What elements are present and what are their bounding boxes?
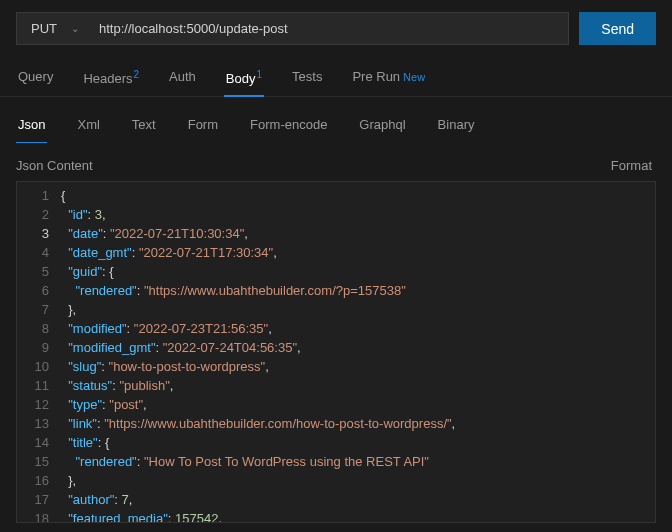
content-header: Json Content Format: [0, 142, 672, 181]
line-number: 7: [25, 300, 49, 319]
tab-label: Tests: [292, 69, 322, 84]
line-number: 3: [25, 224, 49, 243]
line-number: 8: [25, 319, 49, 338]
code-line[interactable]: "rendered": "How To Post To WordPress us…: [61, 452, 455, 471]
tab-headers[interactable]: Headers2: [81, 61, 141, 96]
tab-label: Pre Run: [352, 69, 400, 84]
tab-badge: 2: [134, 69, 140, 80]
tab-label: Body: [226, 71, 256, 86]
code-line[interactable]: "featured_media": 157542,: [61, 509, 455, 523]
code-line[interactable]: "id": 3,: [61, 205, 455, 224]
tab-label: Headers: [83, 71, 132, 86]
send-button[interactable]: Send: [579, 12, 656, 45]
bodytype-text[interactable]: Text: [130, 111, 158, 142]
http-method-value: PUT: [31, 21, 57, 36]
tab-new-badge: New: [403, 71, 425, 83]
json-editor[interactable]: 123456789101112131415161718 { "id": 3, "…: [16, 181, 656, 523]
bodytype-binary[interactable]: Binary: [436, 111, 477, 142]
line-number: 11: [25, 376, 49, 395]
bodytype-xml[interactable]: Xml: [75, 111, 101, 142]
bodytype-form-encode[interactable]: Form-encode: [248, 111, 329, 142]
line-number: 2: [25, 205, 49, 224]
line-number: 16: [25, 471, 49, 490]
line-number: 14: [25, 433, 49, 452]
line-number: 6: [25, 281, 49, 300]
code-line[interactable]: "modified_gmt": "2022-07-24T04:56:35",: [61, 338, 455, 357]
code-line[interactable]: "status": "publish",: [61, 376, 455, 395]
code-line[interactable]: "author": 7,: [61, 490, 455, 509]
code-line[interactable]: "rendered": "https://www.ubahthebuilder.…: [61, 281, 455, 300]
body-type-tabs: JsonXmlTextFormForm-encodeGraphqlBinary: [0, 97, 672, 142]
line-number: 5: [25, 262, 49, 281]
content-title: Json Content: [16, 158, 93, 173]
code-line[interactable]: },: [61, 300, 455, 319]
code-line[interactable]: "title": {: [61, 433, 455, 452]
line-number: 12: [25, 395, 49, 414]
tab-label: Auth: [169, 69, 196, 84]
code-line[interactable]: "link": "https://www.ubahthebuilder.com/…: [61, 414, 455, 433]
bodytype-graphql[interactable]: Graphql: [357, 111, 407, 142]
tab-body[interactable]: Body1: [224, 61, 264, 96]
format-button[interactable]: Format: [611, 158, 652, 173]
code-line[interactable]: "slug": "how-to-post-to-wordpress",: [61, 357, 455, 376]
tab-badge: 1: [257, 69, 263, 80]
bodytype-form[interactable]: Form: [186, 111, 220, 142]
code-line[interactable]: },: [61, 471, 455, 490]
url-input[interactable]: [87, 12, 569, 45]
code-line[interactable]: "date_gmt": "2022-07-21T17:30:34",: [61, 243, 455, 262]
line-number: 15: [25, 452, 49, 471]
code-line[interactable]: {: [61, 186, 455, 205]
line-number: 13: [25, 414, 49, 433]
tab-query[interactable]: Query: [16, 61, 55, 96]
tab-pre-run[interactable]: Pre RunNew: [350, 61, 427, 96]
line-number: 4: [25, 243, 49, 262]
line-number: 9: [25, 338, 49, 357]
line-number: 1: [25, 186, 49, 205]
request-bar: PUT ⌄ Send: [0, 0, 672, 55]
code-line[interactable]: "modified": "2022-07-23T21:56:35",: [61, 319, 455, 338]
tab-label: Query: [18, 69, 53, 84]
line-number: 18: [25, 509, 49, 523]
code-line[interactable]: "type": "post",: [61, 395, 455, 414]
http-method-select[interactable]: PUT ⌄: [16, 12, 87, 45]
code-content[interactable]: { "id": 3, "date": "2022-07-21T10:30:34"…: [61, 182, 455, 522]
code-line[interactable]: "date": "2022-07-21T10:30:34",: [61, 224, 455, 243]
line-gutter: 123456789101112131415161718: [17, 182, 61, 522]
tab-tests[interactable]: Tests: [290, 61, 324, 96]
line-number: 10: [25, 357, 49, 376]
line-number: 17: [25, 490, 49, 509]
chevron-down-icon: ⌄: [71, 23, 79, 34]
primary-tabs: QueryHeaders2AuthBody1TestsPre RunNew: [0, 55, 672, 97]
bodytype-json[interactable]: Json: [16, 111, 47, 142]
code-line[interactable]: "guid": {: [61, 262, 455, 281]
tab-auth[interactable]: Auth: [167, 61, 198, 96]
